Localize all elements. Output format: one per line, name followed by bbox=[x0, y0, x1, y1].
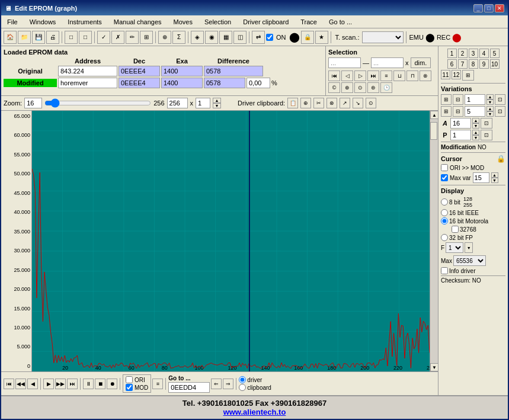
max-var-checkbox[interactable] bbox=[441, 174, 448, 181]
toolbar-sigma[interactable]: Σ bbox=[172, 31, 185, 44]
website-text[interactable]: www.alientech.to bbox=[3, 408, 506, 416]
original-address[interactable] bbox=[119, 66, 160, 76]
f-select[interactable]: 12 bbox=[446, 242, 463, 253]
sel-btn-11[interactable]: ⊙ bbox=[354, 82, 366, 93]
nav-first[interactable]: ⏮ bbox=[4, 379, 14, 389]
toolbar-home[interactable]: 🏠 bbox=[4, 31, 17, 44]
var-btn-1a[interactable]: ⊞ bbox=[441, 94, 452, 105]
nav-prev-far[interactable]: ◀◀ bbox=[15, 379, 26, 389]
var-icon-1[interactable]: ⊡ bbox=[495, 94, 505, 105]
nav-rec[interactable]: ⏺ bbox=[107, 379, 117, 389]
ori-checkbox[interactable] bbox=[126, 376, 133, 383]
num-btn-9[interactable]: 9 bbox=[479, 59, 489, 69]
sel-btn-8[interactable]: ⊗ bbox=[420, 70, 431, 81]
display-32fp-radio[interactable] bbox=[441, 234, 448, 241]
zoom-up[interactable]: ▲ bbox=[213, 98, 221, 103]
zoom-multiplier[interactable] bbox=[196, 98, 210, 108]
menu-windows[interactable]: Windows bbox=[26, 17, 60, 27]
var-btn-1b[interactable]: ⊟ bbox=[453, 94, 463, 105]
toolbar-copy[interactable]: ⊞ bbox=[140, 31, 153, 44]
original-exa[interactable] bbox=[204, 66, 263, 76]
menu-moves[interactable]: Moves bbox=[170, 17, 196, 27]
zoom-val[interactable] bbox=[167, 98, 188, 108]
goto-driver-radio[interactable] bbox=[239, 376, 246, 383]
var-spin-up-2[interactable]: ▲ bbox=[486, 106, 494, 111]
num-btn-5[interactable]: 5 bbox=[490, 49, 500, 58]
nav-pause[interactable]: ⏸ bbox=[83, 379, 94, 389]
toolbar-btn1[interactable]: □ bbox=[65, 31, 78, 44]
var-spin-dn-3[interactable]: ▼ bbox=[472, 123, 479, 129]
goto-clipboard-radio[interactable] bbox=[239, 384, 246, 391]
original-value[interactable] bbox=[58, 66, 117, 76]
scroll-thumb[interactable] bbox=[430, 122, 437, 140]
zoom-input[interactable] bbox=[24, 98, 42, 108]
driver-btn5[interactable]: ↗ bbox=[340, 98, 350, 108]
var-input-2[interactable] bbox=[465, 106, 485, 117]
num-btn-10[interactable]: 10 bbox=[490, 59, 500, 69]
goto-btn2[interactable]: ⇒ bbox=[223, 379, 233, 389]
num-btn-7[interactable]: 7 bbox=[458, 59, 468, 69]
goto-btn1[interactable]: ⇐ bbox=[211, 379, 222, 389]
sel-btn-6[interactable]: ⊔ bbox=[393, 70, 405, 81]
sel-btn-10[interactable]: ⊕ bbox=[341, 82, 353, 93]
toolbar-g3[interactable]: ▦ bbox=[219, 31, 232, 44]
ori-mod-checkbox[interactable] bbox=[441, 164, 448, 171]
var-spin-dn-1[interactable]: ▼ bbox=[486, 100, 494, 105]
goto-input[interactable] bbox=[168, 382, 210, 393]
num-btn-1[interactable]: 1 bbox=[447, 49, 457, 58]
minimize-button[interactable]: _ bbox=[473, 4, 483, 12]
var-spin-up-3[interactable]: ▲ bbox=[472, 118, 479, 123]
nav-extra[interactable]: ≡ bbox=[152, 379, 163, 389]
modified-address[interactable] bbox=[119, 78, 160, 88]
max-var-spin-up[interactable]: ▲ bbox=[491, 172, 498, 178]
sel-btn-7[interactable]: ⊓ bbox=[406, 70, 418, 81]
num-btn-3[interactable]: 3 bbox=[469, 49, 478, 58]
var-input-1[interactable] bbox=[465, 94, 485, 105]
var-spin-dn-4[interactable]: ▼ bbox=[472, 135, 479, 140]
rp-extra-btn[interactable]: ⊞ bbox=[462, 70, 474, 81]
var-spin-dn-2[interactable]: ▼ bbox=[486, 111, 494, 117]
var-btn-2b[interactable]: ⊟ bbox=[453, 106, 463, 117]
toolbar-edit[interactable]: ✏ bbox=[126, 31, 139, 44]
driver-btn3[interactable]: ✂ bbox=[313, 98, 324, 108]
menu-instruments[interactable]: Instruments bbox=[64, 17, 105, 27]
menu-trace[interactable]: Trace bbox=[297, 17, 321, 27]
var-spin-up-1[interactable]: ▲ bbox=[486, 94, 494, 100]
modified-value[interactable] bbox=[58, 78, 117, 88]
maximize-button[interactable]: □ bbox=[484, 4, 494, 12]
num-btn-4[interactable]: 4 bbox=[479, 49, 489, 58]
sel-btn-5[interactable]: ≡ bbox=[380, 70, 392, 81]
var-icon-4[interactable]: ⊡ bbox=[481, 130, 492, 140]
display-32768-checkbox[interactable] bbox=[452, 226, 459, 233]
display-16mot-radio[interactable] bbox=[441, 217, 448, 225]
nav-last[interactable]: ⏭ bbox=[67, 379, 78, 389]
modified-exa[interactable] bbox=[204, 78, 245, 88]
num-btn-8[interactable]: 8 bbox=[469, 59, 478, 69]
sel-btn-1[interactable]: ⏮ bbox=[328, 70, 340, 81]
graph-scrollbar[interactable]: ▲ ▼ bbox=[430, 111, 438, 371]
modified-dec[interactable] bbox=[161, 78, 203, 88]
var-icon-2[interactable]: ⊡ bbox=[495, 106, 505, 117]
modified-diff[interactable] bbox=[247, 78, 270, 88]
close-button[interactable]: ✕ bbox=[495, 4, 504, 12]
original-dec[interactable] bbox=[161, 66, 203, 76]
tscan-select[interactable] bbox=[362, 31, 404, 43]
toolbar-star[interactable]: ★ bbox=[315, 31, 328, 44]
driver-btn4[interactable]: ⊗ bbox=[326, 98, 337, 108]
toolbar-calc[interactable]: ⊕ bbox=[158, 31, 171, 44]
toolbar-open[interactable]: 📁 bbox=[18, 31, 31, 44]
sel-btn-12[interactable]: ⊛ bbox=[367, 82, 379, 93]
dim-button[interactable]: dim. bbox=[411, 57, 431, 68]
var-spin-up-4[interactable]: ▲ bbox=[472, 130, 479, 135]
num-btn-11[interactable]: 11 bbox=[441, 70, 450, 79]
max-var-spin-dn[interactable]: ▼ bbox=[491, 178, 498, 183]
sel-btn-3[interactable]: ▷ bbox=[354, 70, 366, 81]
max-select[interactable]: 65536 bbox=[453, 255, 486, 266]
var-input-4[interactable] bbox=[450, 130, 471, 140]
max-var-input[interactable] bbox=[473, 172, 489, 183]
f-spin[interactable]: ▼ bbox=[465, 242, 473, 253]
driver-btn1[interactable]: 📋 bbox=[287, 98, 298, 108]
toolbar-g4[interactable]: ◫ bbox=[233, 31, 247, 44]
toolbar-btn2[interactable]: □ bbox=[79, 31, 92, 44]
scroll-down[interactable]: ▼ bbox=[430, 363, 438, 371]
